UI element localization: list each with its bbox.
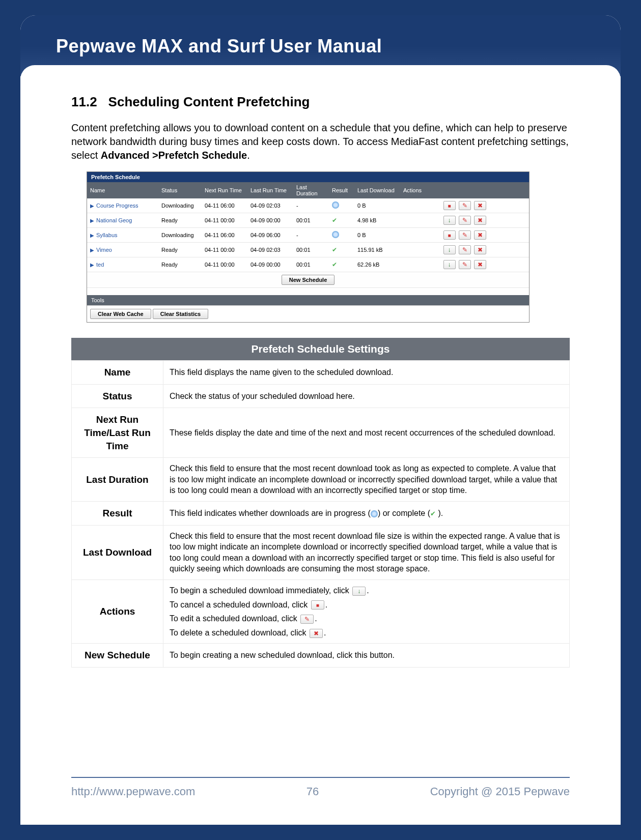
- next-run-cell: 04-11 00:00: [202, 213, 247, 228]
- status-cell: Ready: [158, 257, 202, 272]
- next-run-cell: 04-11 06:00: [202, 198, 247, 213]
- setting-row: New Schedule To begin creating a new sch…: [72, 644, 570, 668]
- result-desc-c: ).: [436, 509, 443, 517]
- edit-schedule-button[interactable]: [459, 216, 471, 225]
- progress-icon: [371, 510, 378, 517]
- result-cell: [329, 257, 354, 272]
- result-cell: [329, 243, 354, 257]
- schedule-name-link[interactable]: ▶Vimeo: [90, 247, 112, 253]
- table-header-row: Name Status Next Run Time Last Run Time …: [87, 182, 529, 198]
- dot: .: [367, 586, 369, 595]
- delete-icon: [310, 629, 323, 638]
- col-last-dur: Last Duration: [293, 182, 329, 198]
- col-actions: Actions: [400, 182, 529, 198]
- next-run-cell: 04-11 06:00: [202, 228, 247, 243]
- edit-schedule-button[interactable]: [459, 201, 471, 210]
- schedule-table: Name Status Next Run Time Last Run Time …: [87, 182, 529, 288]
- stop-download-button[interactable]: [443, 230, 456, 240]
- start-download-button[interactable]: [443, 245, 456, 254]
- last-run-cell: 04-09 02:03: [247, 243, 293, 257]
- intro-text-bold: Advanced >Prefetch Schedule: [101, 150, 247, 161]
- new-schedule-row: New Schedule: [87, 272, 529, 288]
- expand-icon: ▶: [90, 247, 94, 253]
- setting-label: Last Duration: [72, 458, 163, 502]
- settings-table: Name This field displays the name given …: [71, 360, 570, 668]
- section-title: Scheduling Content Prefetching: [108, 94, 310, 109]
- footer-rule: [71, 777, 570, 778]
- edit-schedule-button[interactable]: [459, 230, 471, 240]
- stop-download-button[interactable]: [443, 201, 456, 210]
- col-name: Name: [87, 182, 158, 198]
- setting-desc: This field displays the name given to th…: [163, 361, 570, 385]
- edit-schedule-button[interactable]: [459, 260, 471, 269]
- setting-desc: Check this field to ensure that the most…: [163, 458, 570, 502]
- col-next-run: Next Run Time: [202, 182, 247, 198]
- edit-schedule-button[interactable]: [459, 245, 471, 254]
- clear-web-cache-button[interactable]: Clear Web Cache: [90, 309, 151, 319]
- intro-paragraph: Content prefetching allows you to downlo…: [71, 121, 570, 162]
- start-download-button[interactable]: [443, 216, 456, 225]
- delete-schedule-button[interactable]: [474, 260, 486, 269]
- last-download-cell: 0 B: [354, 198, 400, 213]
- action-desc-start: To begin a scheduled download immediatel…: [170, 586, 351, 595]
- setting-row: Status Check the status of your schedule…: [72, 384, 570, 408]
- actions-cell: [400, 228, 529, 243]
- next-run-cell: 04-11 00:00: [202, 243, 247, 257]
- header-curve: [20, 65, 621, 80]
- last-run-cell: 04-09 00:00: [247, 257, 293, 272]
- result-desc-b: ) or complete (: [378, 509, 430, 517]
- tools-panel: Tools Clear Web Cache Clear Statistics: [87, 295, 529, 322]
- edit-icon: [300, 615, 314, 624]
- page: Pepwave MAX and Surf User Manual 11.2Sch…: [20, 15, 621, 825]
- section-heading: 11.2Scheduling Content Prefetching: [71, 94, 570, 110]
- setting-row: Name This field displays the name given …: [72, 361, 570, 385]
- schedule-name-link[interactable]: ▶National Geog: [90, 217, 132, 223]
- start-download-button[interactable]: [443, 260, 456, 269]
- settings-heading: Prefetch Schedule Settings: [71, 338, 570, 360]
- check-icon: [430, 509, 436, 517]
- actions-cell: [400, 243, 529, 257]
- schedule-name-link[interactable]: ▶ted: [90, 262, 104, 268]
- setting-row: Next Run Time/Last Run Time These fields…: [72, 408, 570, 458]
- schedule-name-link[interactable]: ▶Syllabus: [90, 232, 118, 238]
- last-download-cell: 62.26 kB: [354, 257, 400, 272]
- clear-statistics-button[interactable]: Clear Statistics: [153, 309, 208, 319]
- content-area: 11.2Scheduling Content Prefetching Conte…: [71, 94, 570, 769]
- panel-title: Prefetch Schedule: [87, 172, 529, 182]
- dot: .: [325, 600, 327, 609]
- table-row: ▶tedReady04-11 00:0004-09 00:0000:0162.2…: [87, 257, 529, 272]
- setting-label: New Schedule: [72, 644, 163, 668]
- status-cell: Downloading: [158, 198, 202, 213]
- table-row: ▶Course ProgressDownloading04-11 06:0004…: [87, 198, 529, 213]
- setting-desc: To begin creating a new scheduled downlo…: [163, 644, 570, 668]
- setting-row: Last Download Check this field to ensure…: [72, 525, 570, 580]
- last-duration-cell: -: [293, 228, 329, 243]
- progress-icon: [332, 201, 339, 209]
- new-schedule-button[interactable]: New Schedule: [282, 275, 335, 285]
- tools-title: Tools: [87, 295, 529, 305]
- setting-row: Result This field indicates whether down…: [72, 501, 570, 525]
- section-number: 11.2: [71, 94, 97, 110]
- intro-text-c: .: [247, 150, 250, 161]
- last-duration-cell: -: [293, 198, 329, 213]
- check-icon: [332, 261, 339, 268]
- table-row: ▶National GeogReady04-11 00:0004-09 00:0…: [87, 213, 529, 228]
- delete-schedule-button[interactable]: [474, 201, 486, 210]
- result-cell: [329, 213, 354, 228]
- col-result: Result: [329, 182, 354, 198]
- document-title: Pepwave MAX and Surf User Manual: [56, 36, 382, 57]
- schedule-name-link[interactable]: ▶Course Progress: [90, 202, 138, 209]
- expand-icon: ▶: [90, 203, 94, 209]
- setting-label: Last Download: [72, 525, 163, 580]
- delete-schedule-button[interactable]: [474, 245, 486, 254]
- footer-url: http://www.pepwave.com: [71, 785, 195, 798]
- setting-row: Last Duration Check this field to ensure…: [72, 458, 570, 502]
- delete-schedule-button[interactable]: [474, 230, 486, 240]
- setting-desc: To begin a scheduled download immediatel…: [163, 580, 570, 644]
- col-last-run: Last Run Time: [247, 182, 293, 198]
- delete-schedule-button[interactable]: [474, 216, 486, 225]
- setting-desc: Check the status of your scheduled downl…: [163, 384, 570, 408]
- expand-icon: ▶: [90, 218, 94, 223]
- status-cell: Ready: [158, 213, 202, 228]
- footer-copyright: Copyright @ 2015 Pepwave: [430, 785, 570, 798]
